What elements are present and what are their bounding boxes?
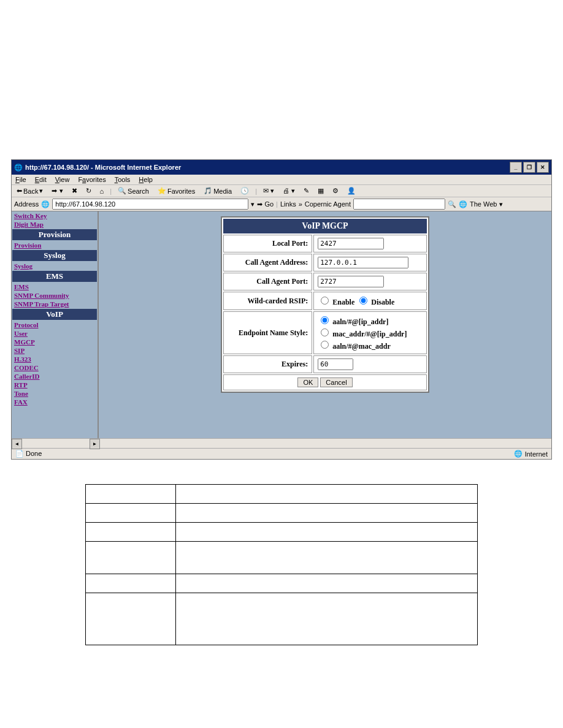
sidebar-snmp-community[interactable]: SNMP Community (12, 291, 98, 300)
menu-bar: File Edit View Favorites Tools Help (12, 175, 551, 185)
status-done: Done (26, 450, 42, 457)
table-row (86, 542, 176, 574)
sidebar-protocol[interactable]: Protocol (12, 320, 98, 329)
sidebar-digit-map[interactable]: Digit Map (12, 220, 98, 229)
table-row (86, 485, 176, 504)
messenger-button[interactable]: 👤 (345, 186, 358, 195)
sidebar-section-syslog: Syslog (12, 250, 97, 261)
copernic-input[interactable] (353, 199, 445, 210)
mgcp-form: VoIP MGCP Local Port: Call Agent Address… (221, 216, 429, 393)
browser-window: 🌐 http://67.104.98.120/ - Microsoft Inte… (11, 159, 552, 460)
ca-address-input[interactable] (318, 257, 408, 268)
media-button[interactable]: 🎵 Media (201, 186, 234, 195)
go-button[interactable]: ➡ Go (257, 200, 274, 208)
edit-button[interactable]: ✎ (301, 186, 312, 195)
sidebar-rtp[interactable]: RTP (12, 381, 98, 389)
ens-option-3[interactable]: aaln/#@mac_addr (318, 342, 391, 351)
sidebar: Switch Key Digit Map Provision Provision… (12, 211, 99, 438)
address-label: Address (14, 200, 39, 208)
menu-edit[interactable]: Edit (35, 176, 47, 183)
ca-port-input[interactable] (318, 276, 384, 287)
menu-view[interactable]: View (55, 176, 70, 183)
home-button[interactable]: ⌂ (98, 187, 107, 195)
forward-button[interactable]: ➡ ▾ (49, 186, 65, 195)
local-port-label: Local Port: (223, 235, 312, 252)
sidebar-mgcp[interactable]: MGCP (12, 338, 98, 346)
sidebar-syslog[interactable]: Syslog (12, 262, 98, 270)
form-title: VoIP MGCP (223, 219, 427, 233)
ie-icon: 🌐 (41, 200, 50, 208)
favorites-button[interactable]: ⭐ Favorites (155, 186, 197, 195)
maximize-button[interactable]: ❐ (523, 162, 535, 173)
links-label[interactable]: Links (280, 200, 296, 208)
sidebar-ems[interactable]: EMS (12, 282, 98, 291)
print-button[interactable]: 🖨 ▾ (280, 186, 297, 195)
menu-file[interactable]: File (15, 176, 26, 183)
menu-favorites[interactable]: Favorites (78, 176, 105, 183)
address-input[interactable] (52, 199, 248, 210)
sidebar-callerid[interactable]: CallerID (12, 372, 98, 381)
internet-icon: 🌐 (514, 450, 523, 458)
minimize-button[interactable]: _ (510, 162, 522, 173)
sidebar-h323[interactable]: H.323 (12, 355, 98, 363)
rsip-label: Wild-carded RSIP: (223, 292, 312, 310)
scroll-left-icon[interactable]: ◄ (12, 439, 22, 449)
ens-label: Endpoint Name Style: (223, 311, 312, 354)
sidebar-hscroll[interactable]: ◄ ► (12, 438, 551, 448)
rsip-disable-option[interactable]: Disable (356, 298, 394, 306)
ens-option-2[interactable]: mac_addr/#@[ip_addr] (318, 330, 407, 338)
rsip-enable-option[interactable]: Enable (318, 298, 354, 306)
theweb-dropdown[interactable]: ▾ (499, 200, 503, 208)
copernic-search-icon[interactable]: 🔍 (448, 200, 456, 208)
tool-bar: ⬅ Back ▾ ➡ ▾ ✖ ↻ ⌂ | 🔍 Search ⭐ Favorite… (12, 185, 551, 197)
table-row (86, 504, 176, 523)
cancel-button[interactable]: Cancel (320, 377, 352, 387)
sidebar-fax[interactable]: FAX (12, 398, 98, 406)
close-button[interactable]: ✕ (537, 162, 549, 173)
related-button[interactable]: ⚙ (330, 186, 341, 195)
ens-option-1[interactable]: aaln/#@[ip_addr] (318, 317, 388, 326)
history-button[interactable]: 🕓 (238, 186, 251, 195)
done-icon: 📄 (15, 450, 24, 457)
theweb-label: The Web (470, 200, 497, 208)
sidebar-provision[interactable]: Provision (12, 241, 98, 249)
status-zone: Internet (525, 450, 548, 458)
sidebar-switch-key[interactable]: Switch Key (12, 211, 98, 220)
expires-input[interactable] (318, 358, 353, 370)
address-bar: Address 🌐 ▾ ➡ Go | Links » Copernic Agen… (12, 197, 551, 211)
ca-address-label: Call Agent Address: (223, 254, 312, 271)
menu-tools[interactable]: Tools (115, 176, 131, 183)
title-bar: 🌐 http://67.104.98.120/ - Microsoft Inte… (12, 160, 551, 175)
menu-help[interactable]: Help (139, 176, 153, 183)
local-port-input[interactable] (318, 238, 384, 249)
ca-port-label: Call Agent Port: (223, 273, 312, 290)
sidebar-snmp-trap[interactable]: SNMP Trap Target (12, 300, 98, 308)
sidebar-codec[interactable]: CODEC (12, 363, 98, 372)
sidebar-section-ems: EMS (12, 271, 97, 282)
expires-label: Expires: (223, 355, 312, 373)
globe-icon: 🌐 (459, 200, 467, 208)
discuss-button[interactable]: ▦ (315, 186, 326, 195)
copernic-label: Copernic Agent (305, 200, 351, 208)
scroll-right-icon[interactable]: ► (90, 439, 100, 449)
sidebar-user[interactable]: User (12, 329, 98, 338)
table-row (86, 593, 176, 645)
address-dropdown[interactable]: ▾ (251, 200, 255, 208)
mail-button[interactable]: ✉ ▾ (261, 186, 277, 195)
table-row (86, 523, 176, 542)
sidebar-section-voip: VoIP (12, 309, 97, 320)
content-area: VoIP MGCP Local Port: Call Agent Address… (99, 211, 551, 438)
back-button[interactable]: ⬅ Back ▾ (14, 186, 45, 195)
sidebar-tone[interactable]: Tone (12, 389, 98, 398)
window-title: http://67.104.98.120/ - Microsoft Intern… (25, 164, 181, 171)
table-row (86, 574, 176, 593)
search-button[interactable]: 🔍 Search (115, 186, 151, 195)
sidebar-sip[interactable]: SIP (12, 346, 98, 355)
ok-button[interactable]: OK (297, 377, 318, 387)
description-table (85, 484, 478, 645)
status-bar: 📄 Done 🌐 Internet (12, 448, 551, 459)
sidebar-section-provision: Provision (12, 229, 97, 240)
refresh-button[interactable]: ↻ (83, 186, 94, 195)
stop-button[interactable]: ✖ (69, 186, 80, 195)
ie-icon: 🌐 (14, 164, 23, 172)
